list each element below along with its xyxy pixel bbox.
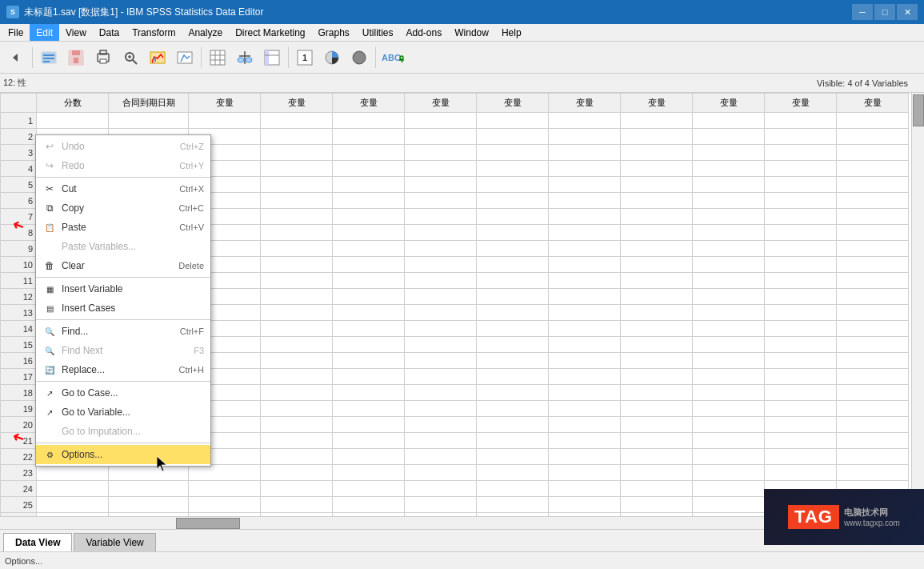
cell-r4-c9[interactable] — [693, 161, 765, 177]
cell-r18-c11[interactable] — [837, 385, 909, 401]
cell-r19-c6[interactable] — [477, 401, 549, 417]
cell-r16-c9[interactable] — [693, 353, 765, 369]
cell-r20-c7[interactable] — [549, 417, 621, 433]
menu-item-undo[interactable]: ↩ Undo Ctrl+Z — [36, 137, 210, 156]
cell-r8-c7[interactable] — [549, 225, 621, 241]
cell-r25-c5[interactable] — [405, 497, 477, 513]
cell-r6-c4[interactable] — [333, 193, 405, 209]
cell-r14-c9[interactable] — [693, 321, 765, 337]
cell-r7-c7[interactable] — [549, 209, 621, 225]
toolbar-find-btn[interactable] — [118, 45, 143, 70]
cell-r9-c7[interactable] — [549, 241, 621, 257]
cell-r15-c7[interactable] — [549, 337, 621, 353]
cell-r9-c11[interactable] — [837, 241, 909, 257]
cell-r5-c8[interactable] — [621, 177, 693, 193]
cell-r17-c4[interactable] — [333, 369, 405, 385]
menu-item-replace[interactable]: 🔄 Replace... Ctrl+H — [36, 360, 210, 379]
cell-r9-c5[interactable] — [405, 241, 477, 257]
cell-r24-c4[interactable] — [333, 481, 405, 497]
cell-r19-c7[interactable] — [549, 401, 621, 417]
cell-r24-c8[interactable] — [621, 481, 693, 497]
cell-r8-c9[interactable] — [693, 225, 765, 241]
cell-r16-c11[interactable] — [837, 353, 909, 369]
cell-r12-c4[interactable] — [333, 289, 405, 305]
cell-r21-c4[interactable] — [333, 433, 405, 449]
cell-r6-c8[interactable] — [621, 193, 693, 209]
cell-r20-c3[interactable] — [261, 417, 333, 433]
toolbar-print-btn[interactable] — [90, 45, 116, 70]
cell-r11-c8[interactable] — [621, 273, 693, 289]
cell-r1-c8[interactable] — [621, 113, 693, 129]
cell-r11-c5[interactable] — [405, 273, 477, 289]
cell-r23-c3[interactable] — [261, 465, 333, 481]
menu-item-go-to-variable[interactable]: ↗ Go to Variable... — [36, 403, 210, 422]
cell-r21-c8[interactable] — [621, 433, 693, 449]
tab-data-view[interactable]: Data View — [3, 533, 72, 551]
cell-r14-c4[interactable] — [333, 321, 405, 337]
cell-r19-c4[interactable] — [333, 401, 405, 417]
cell-r16-c6[interactable] — [477, 353, 549, 369]
cell-r24-c3[interactable] — [261, 481, 333, 497]
cell-r17-c6[interactable] — [477, 369, 549, 385]
maximize-button[interactable]: □ — [874, 4, 895, 20]
cell-r11-c4[interactable] — [333, 273, 405, 289]
cell-r12-c8[interactable] — [621, 289, 693, 305]
cell-r14-c3[interactable] — [261, 321, 333, 337]
cell-r8-c6[interactable] — [477, 225, 549, 241]
cell-r16-c3[interactable] — [261, 353, 333, 369]
cell-r14-c6[interactable] — [477, 321, 549, 337]
menu-item-go-to-imputation[interactable]: Go to Imputation... — [36, 422, 210, 441]
cell-r2-c9[interactable] — [693, 129, 765, 145]
cell-r15-c3[interactable] — [261, 337, 333, 353]
cell-r19-c3[interactable] — [261, 401, 333, 417]
cell-r3-c4[interactable] — [333, 145, 405, 161]
cell-r13-c11[interactable] — [837, 305, 909, 321]
v-scrollbar[interactable] — [911, 93, 924, 529]
menu-item-go-to-case[interactable]: ↗ Go to Case... — [36, 383, 210, 403]
cell-r15-c4[interactable] — [333, 337, 405, 353]
cell-r20-c10[interactable] — [765, 417, 837, 433]
cell-r11-c6[interactable] — [477, 273, 549, 289]
cell-r9-c9[interactable] — [693, 241, 765, 257]
toolbar-grid-btn[interactable] — [205, 45, 230, 70]
cell-r5-c3[interactable] — [261, 177, 333, 193]
cell-r12-c10[interactable] — [765, 289, 837, 305]
cell-r1-c1[interactable] — [109, 113, 189, 129]
cell-r4-c7[interactable] — [549, 161, 621, 177]
cell-r4-c4[interactable] — [333, 161, 405, 177]
cell-r19-c9[interactable] — [693, 401, 765, 417]
cell-r5-c6[interactable] — [477, 177, 549, 193]
cell-r23-c10[interactable] — [765, 465, 837, 481]
cell-r10-c4[interactable] — [333, 257, 405, 273]
cell-r5-c5[interactable] — [405, 177, 477, 193]
cell-r13-c9[interactable] — [693, 305, 765, 321]
cell-r12-c5[interactable] — [405, 289, 477, 305]
cell-r20-c9[interactable] — [693, 417, 765, 433]
v-scrollbar-thumb[interactable] — [913, 94, 924, 126]
cell-r1-c9[interactable] — [693, 113, 765, 129]
menu-item-redo[interactable]: ↪ Redo Ctrl+Y — [36, 156, 210, 175]
cell-r6-c5[interactable] — [405, 193, 477, 209]
cell-r22-c8[interactable] — [621, 449, 693, 465]
cell-r23-c0[interactable] — [37, 465, 109, 481]
cell-r21-c7[interactable] — [549, 433, 621, 449]
cell-r6-c3[interactable] — [261, 193, 333, 209]
cell-r25-c2[interactable] — [189, 497, 261, 513]
toolbar-table2-btn[interactable] — [259, 45, 285, 70]
cell-r23-c2[interactable] — [189, 465, 261, 481]
cell-r18-c5[interactable] — [405, 385, 477, 401]
cell-r3-c6[interactable] — [477, 145, 549, 161]
cell-r7-c5[interactable] — [405, 209, 477, 225]
cell-r14-c10[interactable] — [765, 321, 837, 337]
cell-r25-c6[interactable] — [477, 497, 549, 513]
cell-r22-c3[interactable] — [261, 449, 333, 465]
cell-r14-c5[interactable] — [405, 321, 477, 337]
cell-r4-c11[interactable] — [837, 161, 909, 177]
menu-window[interactable]: Window — [448, 24, 495, 41]
cell-r2-c8[interactable] — [621, 129, 693, 145]
cell-r23-c6[interactable] — [477, 465, 549, 481]
menu-graphs[interactable]: Graphs — [311, 24, 355, 41]
cell-r16-c4[interactable] — [333, 353, 405, 369]
cell-r18-c6[interactable] — [477, 385, 549, 401]
cell-r22-c7[interactable] — [549, 449, 621, 465]
